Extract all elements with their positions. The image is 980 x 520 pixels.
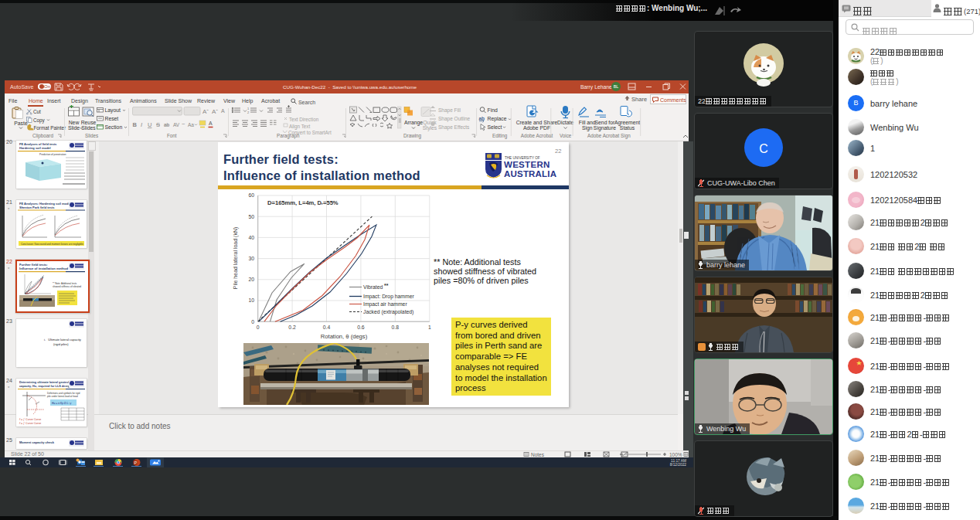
svg-text:2: 2 [247, 110, 250, 114]
svg-text:Fill and: Fill and [579, 120, 596, 125]
svg-text:100%: 100% [669, 452, 682, 457]
svg-text:A: A [221, 108, 225, 114]
svg-text:0: 0 [251, 319, 254, 325]
svg-text:Vibrated **: Vibrated ** [363, 283, 389, 290]
svg-text:i. Ultimate lateral capacity: i. Ultimate lateral capacity [44, 338, 81, 342]
svg-text:0.4: 0.4 [323, 325, 331, 330]
svg-text:Aˆ: Aˆ [202, 108, 209, 115]
svg-text:f = ƒ Curve Curve: f = ƒ Curve Curve [19, 422, 41, 425]
svg-text:ab: ab [479, 116, 485, 121]
svg-text:Hardening soil model: Hardening soil model [19, 146, 51, 150]
svg-text:pile under lateral-load at hea: pile under lateral-load at head [47, 395, 78, 398]
svg-text:~: ~ [182, 121, 185, 127]
svg-text:30: 30 [248, 256, 254, 261]
svg-text:Slides: Slides [85, 133, 98, 138]
svg-text:Adobe PDF: Adobe PDF [523, 125, 550, 131]
svg-text:Adobe Acrobat Sign: Adobe Acrobat Sign [587, 133, 631, 139]
svg-text:WESTERN: WESTERN [504, 160, 550, 169]
svg-text:Hu = n Kp D L² γ: Hu = n Kp D L² γ [52, 402, 71, 405]
svg-text:Shape Effects: Shape Effects [438, 124, 470, 131]
svg-text:Copy: Copy [33, 117, 46, 124]
svg-text:Notes: Notes [531, 452, 545, 457]
svg-text:C: C [759, 142, 768, 155]
svg-text:Section: Section [105, 124, 123, 130]
svg-text:P: P [134, 461, 138, 465]
svg-text:AUSTRALIA: AUSTRALIA [504, 169, 556, 178]
svg-text:Impact: Drop hammer: Impact: Drop hammer [363, 294, 414, 300]
svg-text:A: A [209, 121, 213, 126]
svg-text:Reuse: Reuse [81, 120, 97, 125]
svg-text:Clipboard: Clipboard [32, 133, 53, 139]
svg-text:Find: Find [488, 107, 498, 113]
svg-text:Conclusion: flow-round and mom: Conclusion: flow-round and moment losses… [21, 243, 83, 246]
svg-text:capacity, Hu, required for LLS: capacity, Hu, required for LLS design [19, 385, 72, 388]
svg-text:B: B [133, 121, 138, 128]
svg-text:New: New [69, 120, 80, 125]
svg-text:8/12/2022: 8/12/2022 [670, 463, 687, 467]
svg-text:Create and Share: Create and Share [516, 120, 558, 125]
svg-text:Aˇ: Aˇ [212, 108, 218, 115]
svg-text:Determining ultimate lateral g: Determining ultimate lateral geotechnica… [19, 381, 77, 384]
svg-text:I: I [141, 121, 142, 128]
svg-text:Slides: Slides [81, 125, 96, 131]
svg-text:Send for: Send for [595, 120, 615, 125]
svg-text:Slide: Slide [68, 125, 80, 131]
svg-text:Status: Status [620, 125, 635, 131]
svg-text:Prediction of penetration: Prediction of penetration [39, 153, 66, 156]
svg-text:Text Direction: Text Direction [289, 117, 319, 122]
svg-text:60: 60 [248, 192, 254, 198]
svg-text:0.8: 0.8 [392, 325, 400, 330]
svg-text:Adobe Acrobat: Adobe Acrobat [521, 133, 553, 138]
svg-text:0.6: 0.6 [357, 325, 365, 330]
svg-text:Influence of installation meth: Influence of installation method [19, 267, 68, 270]
svg-text:Shenton Park field tests: Shenton Park field tests [19, 206, 55, 209]
svg-text:Drawing: Drawing [403, 133, 422, 139]
svg-text:Cut: Cut [33, 109, 41, 114]
svg-text:Replace: Replace [488, 116, 507, 122]
svg-text:Format Painter: Format Painter [34, 125, 66, 131]
svg-text:Paste: Paste [14, 121, 28, 126]
svg-text:Styles: Styles [423, 125, 437, 131]
svg-text:S: S [156, 121, 160, 128]
svg-text:Sign: Sign [582, 125, 593, 131]
svg-text:Voice: Voice [560, 133, 572, 138]
svg-text:Dictate: Dictate [557, 120, 573, 125]
svg-text:Editing: Editing [492, 133, 508, 139]
svg-text:20: 20 [248, 277, 254, 282]
svg-text:Shape Fill: Shape Fill [438, 107, 461, 114]
svg-text:10: 10 [248, 297, 254, 303]
svg-text:Font: Font [167, 133, 177, 138]
svg-text:Rotation, θ (degs): Rotation, θ (degs) [321, 333, 368, 340]
svg-text:(rigid piles): (rigid piles) [53, 342, 69, 346]
svg-text:Aa: Aa [188, 122, 194, 127]
svg-text:11:17 AM: 11:17 AM [671, 459, 686, 463]
svg-text:Select: Select [488, 124, 502, 130]
svg-text:0: 0 [257, 325, 260, 330]
svg-text:Align Text: Align Text [289, 124, 310, 130]
svg-text:0.2: 0.2 [288, 325, 296, 330]
svg-text:Reset: Reset [105, 116, 119, 121]
svg-text:40: 40 [248, 235, 254, 240]
svg-text:U: U [148, 121, 151, 128]
svg-text:AV: AV [173, 122, 180, 127]
svg-text:1: 1 [428, 325, 431, 330]
svg-text:Paragraph: Paragraph [277, 133, 300, 139]
svg-text:Moment capacity check: Moment capacity check [19, 440, 55, 444]
svg-text:Signature: Signature [594, 125, 616, 131]
svg-text:Layout: Layout [105, 107, 121, 114]
svg-text:f = ƒ Curve Curve: f = ƒ Curve Curve [19, 418, 41, 421]
svg-text:Impact air hammer: Impact air hammer [363, 301, 407, 308]
svg-text:ab: ab [164, 122, 170, 127]
svg-text:D=165mm, L=4m, Dᵣ=55%: D=165mm, L=4m, Dᵣ=55% [267, 199, 339, 206]
svg-text:Arrange: Arrange [404, 120, 423, 126]
svg-text:50: 50 [248, 214, 254, 219]
svg-text:Shape Outline: Shape Outline [438, 116, 471, 122]
svg-text:Jacked (extrapolated): Jacked (extrapolated) [363, 309, 413, 315]
svg-text:Pile head lateral load (kN): Pile head lateral load (kN) [233, 227, 239, 290]
svg-text:showed stiffness of vibrated: showed stiffness of vibrated [53, 285, 81, 288]
